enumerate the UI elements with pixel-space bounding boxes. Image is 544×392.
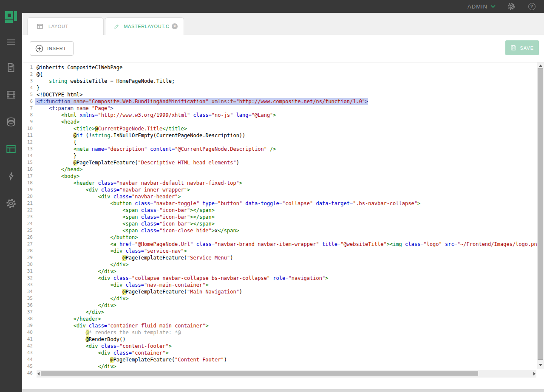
vertical-scroll-thumb[interactable]: [538, 68, 543, 360]
code-line[interactable]: 30 </div>: [22, 261, 544, 268]
sidebar-item-media[interactable]: [0, 88, 22, 101]
code-text[interactable]: @inherits CompositeC1WebPage: [35, 64, 122, 71]
code-text[interactable]: <span class="icon-close hide">x</span>: [35, 227, 239, 234]
code-text[interactable]: <title>@CurrentPageNode.Title</title>: [35, 125, 187, 132]
horizontal-scrollbar[interactable]: [37, 370, 536, 378]
code-line[interactable]: 15 @PageTemplateFeature("Descriptive HTM…: [22, 159, 544, 166]
code-text[interactable]: <div class="navbar-inner-wrapper">: [35, 186, 190, 193]
code-text-selected[interactable]: <f:function name="Composite.Web.Bundling…: [35, 98, 368, 105]
code-line[interactable]: 2@{: [22, 71, 544, 78]
code-text[interactable]: <span class="icon-bar"></span>: [35, 220, 215, 227]
code-text[interactable]: @{: [35, 71, 42, 78]
menu-icon[interactable]: [0, 36, 22, 48]
vertical-scrollbar[interactable]: [537, 62, 544, 369]
scroll-left-arrow-icon[interactable]: [37, 372, 40, 375]
code-text[interactable]: <head>: [35, 118, 79, 125]
code-text[interactable]: @PageTemplateFeature("Main Navigation"): [35, 288, 242, 295]
insert-button[interactable]: INSERT: [30, 41, 74, 56]
code-text[interactable]: <meta name="description" content="@Curre…: [35, 146, 276, 152]
code-line[interactable]: 1@inherits CompositeC1WebPage: [22, 64, 544, 71]
code-text[interactable]: <div class="container-fluid main-contain…: [35, 322, 209, 329]
code-text[interactable]: @PageTemplateFeature("Service Menu"): [35, 254, 233, 261]
composite-c1-logo[interactable]: [5, 11, 17, 23]
code-text[interactable]: string websiteTitle = HomePageNode.Title…: [35, 78, 175, 85]
help-button[interactable]: ?: [527, 2, 536, 11]
code-text[interactable]: {: [35, 139, 76, 146]
sidebar-item-layout[interactable]: [0, 143, 22, 155]
sidebar-item-functions[interactable]: [0, 170, 22, 183]
scroll-up-arrow-icon[interactable]: [539, 65, 542, 67]
code-line[interactable]: 9 <head>: [22, 118, 544, 125]
code-text[interactable]: @RenderBody(): [35, 336, 126, 343]
code-text[interactable]: </div>: [35, 268, 116, 275]
code-text[interactable]: <span class="icon-bar"></span>: [35, 207, 215, 214]
code-line[interactable]: 5<!DOCTYPE html>: [22, 91, 544, 98]
code-text[interactable]: </div>: [35, 363, 116, 370]
code-line[interactable]: 16 </head>: [22, 166, 544, 173]
code-line[interactable]: 3 string websiteTitle = HomePageNode.Tit…: [22, 78, 544, 85]
code-line[interactable]: 34 @PageTemplateFeature("Main Navigation…: [22, 288, 544, 295]
code-line[interactable]: 21 <button class="navbar-toggle" type="b…: [22, 200, 544, 207]
sidebar-item-data[interactable]: [0, 116, 22, 128]
tab-layout[interactable]: LAYOUT: [27, 17, 104, 35]
code-line[interactable]: 17 <body>: [22, 173, 544, 180]
code-line[interactable]: 11 @if (!string.IsNullOrEmpty(CurrentPag…: [22, 132, 544, 139]
code-text[interactable]: <!DOCTYPE html>: [35, 91, 82, 98]
code-line[interactable]: 7 <f:param name="Page">: [22, 105, 544, 112]
code-line[interactable]: 29 @PageTemplateFeature("Service Menu"): [22, 254, 544, 261]
code-line[interactable]: 4}: [22, 85, 544, 91]
code-line[interactable]: 45 </div>: [22, 363, 544, 370]
code-text[interactable]: @if (!string.IsNullOrEmpty(CurrentPageNo…: [35, 132, 245, 139]
code-line[interactable]: 22 <span class="icon-bar"></span>: [22, 207, 544, 214]
code-text[interactable]: <html xmlns="http://www.w3.org/1999/xhtm…: [35, 112, 276, 118]
code-text[interactable]: <a href="@HomePageNode.Url" class="navba…: [35, 241, 543, 248]
code-text[interactable]: <div class="collapse navbar-collapse bs-…: [35, 275, 328, 282]
code-text[interactable]: <f:param name="Page">: [35, 105, 113, 112]
code-line[interactable]: 35 </div>: [22, 295, 544, 302]
code-text[interactable]: </button>: [35, 234, 138, 241]
code-text[interactable]: </div>: [35, 302, 116, 309]
code-line[interactable]: 10 <title>@CurrentPageNode.Title</title>: [22, 125, 544, 132]
code-text[interactable]: @* renders the sub template: *@: [35, 329, 181, 336]
code-line[interactable]: 24 <span class="icon-bar"></span>: [22, 220, 544, 227]
horizontal-scroll-thumb[interactable]: [41, 371, 478, 376]
code-text[interactable]: </div>: [35, 309, 104, 316]
code-text[interactable]: <body>: [35, 173, 79, 180]
code-line[interactable]: 8 <html xmlns="http://www.w3.org/1999/xh…: [22, 112, 544, 118]
code-text[interactable]: <div class="navbar-header">: [35, 193, 181, 200]
code-line[interactable]: 40 @* renders the sub template: *@: [22, 329, 544, 336]
code-text[interactable]: }: [35, 85, 40, 91]
code-line[interactable]: 27 <a href="@HomePageNode.Url" class="na…: [22, 241, 544, 248]
code-line[interactable]: 25 <span class="icon-close hide">x</span…: [22, 227, 544, 234]
code-text[interactable]: <button class="navbar-toggle" type="butt…: [35, 200, 420, 207]
code-line[interactable]: 41 @RenderBody(): [22, 336, 544, 343]
code-line[interactable]: 14 }: [22, 152, 544, 159]
code-text[interactable]: <div class="service-nav">: [35, 248, 187, 254]
code-line[interactable]: 39 <div class="container-fluid main-cont…: [22, 322, 544, 329]
sidebar-item-system[interactable]: [0, 197, 22, 210]
code-line[interactable]: 28 <div class="service-nav">: [22, 248, 544, 254]
code-editor[interactable]: 1@inherits CompositeC1WebPage2@{3 string…: [22, 62, 544, 378]
admin-menu[interactable]: ADMIN: [468, 3, 496, 10]
close-icon[interactable]: ×: [172, 23, 178, 29]
code-line[interactable]: 43 <div class="container">: [22, 350, 544, 356]
code-text[interactable]: }: [35, 152, 76, 159]
code-text[interactable]: <header class="navbar navbar-default nav…: [35, 180, 242, 186]
code-text[interactable]: </div>: [35, 261, 129, 268]
code-line[interactable]: 20 <div class="navbar-header">: [22, 193, 544, 200]
code-text[interactable]: @PageTemplateFeature("Content Footer"): [35, 356, 227, 363]
code-line[interactable]: 44 @PageTemplateFeature("Content Footer"…: [22, 356, 544, 363]
code-text[interactable]: </head>: [35, 166, 82, 173]
save-button[interactable]: SAVE: [505, 40, 539, 55]
code-line[interactable]: 36 </div>: [22, 302, 544, 309]
code-line[interactable]: 31 </div>: [22, 268, 544, 275]
code-line[interactable]: 32 <div class="collapse navbar-collapse …: [22, 275, 544, 282]
sidebar-item-pages[interactable]: [0, 61, 22, 74]
code-line[interactable]: 38 </header>: [22, 316, 544, 322]
code-line[interactable]: 18 <header class="navbar navbar-default …: [22, 180, 544, 186]
code-line[interactable]: 23 <span class="icon-bar"></span>: [22, 214, 544, 220]
tab-masterlayout[interactable]: MASTERLAYOUT.CSHTML ×: [105, 17, 184, 35]
code-text[interactable]: <div class="content-footer">: [35, 343, 172, 350]
code-line[interactable]: 26 </button>: [22, 234, 544, 241]
scroll-right-arrow-icon[interactable]: [533, 372, 536, 375]
